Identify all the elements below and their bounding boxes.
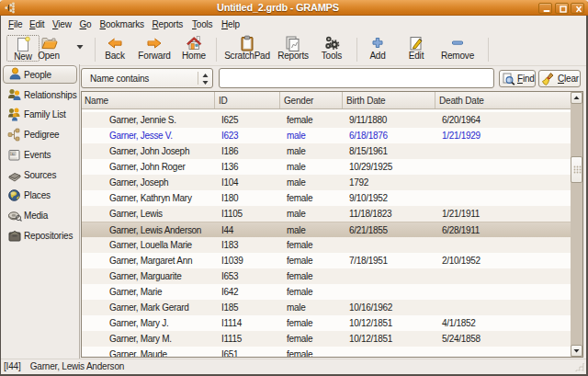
svg-text:30: 30 <box>11 153 15 156</box>
